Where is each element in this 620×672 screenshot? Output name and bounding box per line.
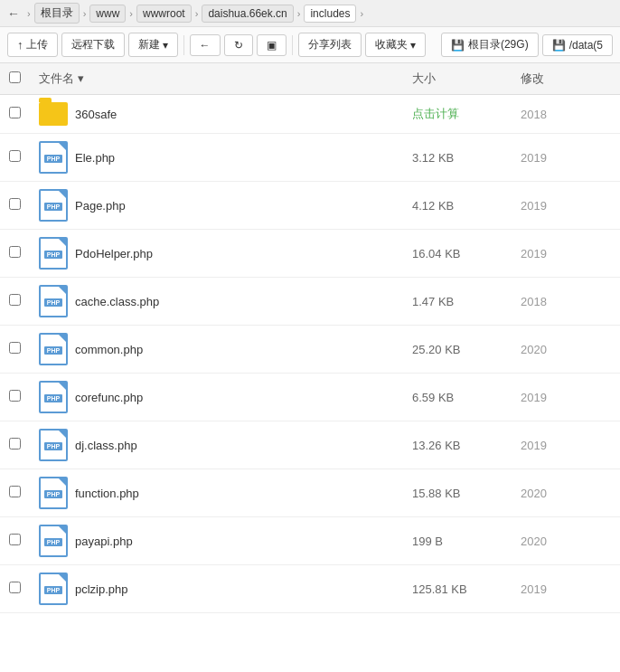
header-modified: 修改 (512, 63, 620, 95)
file-name[interactable]: common.php (75, 343, 143, 356)
new-label: 新建 (138, 37, 160, 52)
file-modified: 2018 (521, 295, 547, 308)
file-name[interactable]: pclzip.php (75, 582, 128, 596)
checkbox-4[interactable] (9, 294, 21, 306)
php-file-icon: PHP (39, 381, 68, 413)
file-size: 199 B (412, 535, 443, 548)
col-modified-label: 修改 (521, 71, 544, 85)
file-row-name: PHPcache.class.php (39, 285, 394, 317)
row-check-1[interactable] (0, 134, 30, 182)
breadcrumb-domain[interactable]: daishua.66ek.cn (202, 5, 293, 23)
view-button[interactable]: ▣ (257, 34, 287, 56)
upload-button[interactable]: ↑ 上传 (7, 33, 58, 57)
view-icon: ▣ (267, 39, 277, 52)
checkbox-9[interactable] (9, 534, 21, 545)
toolbar-back-label: ← (200, 39, 211, 52)
header-name[interactable]: 文件名 ▾ (30, 63, 403, 95)
row-name-cell-2: PHPPage.php (30, 182, 403, 230)
checkbox-2[interactable] (9, 198, 21, 210)
select-all-checkbox[interactable] (9, 71, 21, 83)
breadcrumb: ← › 根目录 › www › wwwroot › daishua.66ek.c… (0, 0, 620, 27)
file-name[interactable]: dj.class.php (75, 439, 137, 452)
storage2-icon: 💾 (552, 39, 566, 52)
row-modified-cell-5: 2020 (512, 326, 620, 374)
row-size-cell-5: 25.20 KB (403, 326, 512, 374)
storage1-icon: 💾 (451, 39, 465, 52)
table-row: PHPPdoHelper.php16.04 KB2019 (0, 230, 620, 278)
storage2-button[interactable]: 💾 /data(5 (542, 34, 613, 56)
refresh-button[interactable]: ↻ (224, 34, 253, 56)
file-modified: 2020 (521, 343, 547, 356)
file-name[interactable]: cache.class.php (75, 295, 159, 308)
breadcrumb-www[interactable]: www (89, 5, 126, 23)
storage1-button[interactable]: 💾 根目录(29G) (441, 33, 539, 57)
header-size: 大小 (403, 63, 512, 95)
file-size: 6.59 KB (412, 391, 454, 404)
table-header-row: 文件名 ▾ 大小 修改 (0, 63, 620, 95)
file-size[interactable]: 点击计算 (412, 107, 459, 120)
new-arrow-icon: ▾ (163, 39, 168, 52)
remote-download-button[interactable]: 远程下载 (61, 33, 125, 57)
file-name[interactable]: corefunc.php (75, 391, 143, 404)
file-name[interactable]: Page.php (75, 199, 126, 213)
table-row: PHPfunction.php15.88 KB2020 (0, 469, 620, 517)
breadcrumb-root[interactable]: 根目录 (34, 3, 80, 24)
toolbar: ↑ 上传 远程下载 新建 ▾ ← ↻ ▣ 分享列表 收藏夹 ▾ 💾 根目录(29… (0, 27, 620, 63)
row-name-cell-7: PHPdj.class.php (30, 421, 403, 469)
php-file-icon: PHP (39, 141, 68, 174)
file-name[interactable]: Ele.php (75, 151, 115, 165)
checkbox-6[interactable] (9, 390, 21, 402)
row-check-10[interactable] (0, 565, 30, 613)
checkbox-8[interactable] (9, 486, 21, 497)
file-name[interactable]: function.php (75, 487, 139, 500)
row-size-cell-0[interactable]: 点击计算 (403, 95, 512, 134)
row-check-4[interactable] (0, 278, 30, 326)
checkbox-1[interactable] (9, 150, 21, 162)
file-size: 13.26 KB (412, 439, 461, 452)
header-check[interactable] (0, 63, 30, 95)
row-size-cell-10: 125.81 KB (403, 565, 512, 613)
file-modified: 2020 (521, 535, 547, 548)
storage-buttons: 💾 根目录(29G) 💾 /data(5 (441, 33, 613, 57)
row-check-3[interactable] (0, 230, 30, 278)
php-file-icon: PHP (39, 525, 68, 557)
checkbox-7[interactable] (9, 438, 21, 450)
breadcrumb-includes[interactable]: includes (304, 5, 356, 23)
file-name[interactable]: payapi.php (75, 535, 133, 548)
file-modified: 2019 (521, 439, 547, 452)
col-name-sort-icon: ▾ (78, 71, 84, 85)
checkbox-10[interactable] (9, 582, 21, 593)
table-row: PHPpclzip.php125.81 KB2019 (0, 565, 620, 613)
file-size: 16.04 KB (412, 247, 461, 260)
row-check-5[interactable] (0, 326, 30, 374)
file-name[interactable]: 360safe (75, 108, 117, 121)
breadcrumb-wwwroot[interactable]: wwwroot (136, 5, 192, 23)
col-size-label: 大小 (412, 71, 436, 85)
row-check-9[interactable] (0, 517, 30, 565)
toolbar-back-button[interactable]: ← (190, 34, 221, 56)
file-name[interactable]: PdoHelper.php (75, 247, 153, 260)
download-label: 远程下载 (71, 37, 115, 52)
row-check-2[interactable] (0, 182, 30, 230)
toolbar-separator-1 (183, 35, 184, 55)
row-check-0[interactable] (0, 95, 30, 134)
row-check-8[interactable] (0, 469, 30, 517)
file-row-name: PHPcommon.php (39, 333, 394, 365)
row-check-6[interactable] (0, 374, 30, 421)
checkbox-3[interactable] (9, 246, 21, 258)
breadcrumb-sep-4: › (297, 8, 301, 19)
checkbox-0[interactable] (9, 107, 21, 118)
file-row-name: 360safe (39, 102, 394, 126)
row-size-cell-7: 13.26 KB (403, 421, 512, 469)
file-table: 文件名 ▾ 大小 修改 360safe点击计算2018PHPEle.php3.1… (0, 63, 620, 613)
file-row-name: PHPpayapi.php (39, 525, 394, 557)
checkbox-5[interactable] (9, 342, 21, 354)
back-button[interactable]: ← (7, 6, 20, 21)
row-check-7[interactable] (0, 421, 30, 469)
breadcrumb-sep-1: › (83, 8, 87, 19)
row-size-cell-1: 3.12 KB (403, 134, 512, 182)
favorites-button[interactable]: 收藏夹 ▾ (365, 33, 426, 57)
share-list-button[interactable]: 分享列表 (298, 33, 362, 57)
new-button[interactable]: 新建 ▾ (128, 33, 178, 57)
file-modified: 2019 (521, 582, 547, 596)
